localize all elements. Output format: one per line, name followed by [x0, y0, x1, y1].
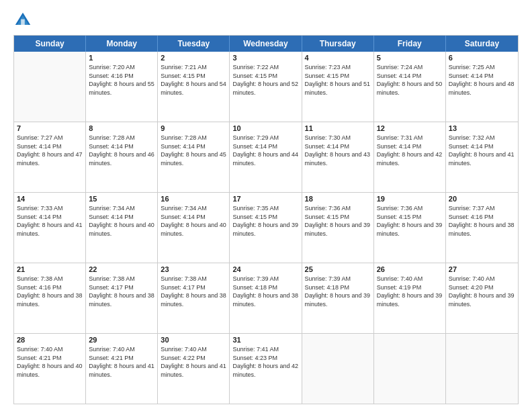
day-number: 25: [305, 265, 371, 273]
calendar: SundayMondayTuesdayWednesdayThursdayFrid…: [13, 35, 519, 404]
page: SundayMondayTuesdayWednesdayThursdayFrid…: [0, 0, 532, 411]
day-info: Sunrise: 7:32 AMSunset: 4:14 PMDaylight:…: [449, 134, 515, 167]
day-info: Sunrise: 7:23 AMSunset: 4:15 PMDaylight:…: [305, 63, 371, 97]
day-info: Sunrise: 7:40 AMSunset: 4:22 PMDaylight:…: [161, 345, 226, 379]
calendar-week: 14Sunrise: 7:33 AMSunset: 4:14 PMDayligh…: [14, 193, 518, 263]
day-info: Sunrise: 7:34 AMSunset: 4:14 PMDaylight:…: [161, 204, 226, 238]
calendar-cell: 6Sunrise: 7:25 AMSunset: 4:14 PMDaylight…: [446, 52, 518, 122]
calendar-cell: 8Sunrise: 7:28 AMSunset: 4:14 PMDaylight…: [86, 122, 158, 192]
day-number: 24: [232, 265, 298, 273]
calendar-cell: 3Sunrise: 7:22 AMSunset: 4:15 PMDaylight…: [230, 52, 302, 122]
calendar-cell: 23Sunrise: 7:38 AMSunset: 4:17 PMDayligh…: [158, 263, 230, 333]
day-info: Sunrise: 7:36 AMSunset: 4:15 PMDaylight:…: [305, 204, 371, 238]
day-number: 8: [89, 124, 154, 132]
calendar-cell: 9Sunrise: 7:28 AMSunset: 4:14 PMDaylight…: [158, 122, 230, 192]
day-number: 10: [232, 124, 298, 132]
calendar-cell: [374, 334, 446, 404]
day-info: Sunrise: 7:40 AMSunset: 4:19 PMDaylight:…: [377, 275, 443, 308]
calendar-cell: 15Sunrise: 7:34 AMSunset: 4:14 PMDayligh…: [86, 193, 158, 263]
day-info: Sunrise: 7:33 AMSunset: 4:14 PMDaylight:…: [17, 204, 83, 238]
day-info: Sunrise: 7:40 AMSunset: 4:21 PMDaylight:…: [89, 345, 154, 379]
day-number: 2: [161, 54, 226, 62]
weekday-header: Thursday: [302, 36, 374, 52]
weekday-header: Monday: [86, 36, 158, 52]
day-number: 22: [89, 265, 154, 273]
day-info: Sunrise: 7:37 AMSunset: 4:16 PMDaylight:…: [449, 204, 515, 238]
calendar-week: 7Sunrise: 7:27 AMSunset: 4:14 PMDaylight…: [14, 122, 518, 193]
calendar-week: 21Sunrise: 7:38 AMSunset: 4:16 PMDayligh…: [14, 263, 518, 334]
day-number: 14: [17, 195, 83, 203]
weekday-header: Saturday: [446, 36, 518, 52]
day-info: Sunrise: 7:30 AMSunset: 4:14 PMDaylight:…: [305, 134, 371, 167]
day-info: Sunrise: 7:29 AMSunset: 4:14 PMDaylight:…: [232, 134, 298, 167]
header: [13, 11, 519, 30]
weekday-header: Wednesday: [230, 36, 302, 52]
weekday-header: Tuesday: [158, 36, 230, 52]
day-info: Sunrise: 7:41 AMSunset: 4:23 PMDaylight:…: [232, 345, 298, 379]
day-info: Sunrise: 7:35 AMSunset: 4:15 PMDaylight:…: [232, 204, 298, 238]
day-number: 7: [17, 124, 83, 132]
calendar-cell: 10Sunrise: 7:29 AMSunset: 4:14 PMDayligh…: [230, 122, 302, 192]
day-info: Sunrise: 7:24 AMSunset: 4:14 PMDaylight:…: [377, 63, 443, 97]
day-number: 27: [449, 265, 515, 273]
calendar-cell: 16Sunrise: 7:34 AMSunset: 4:14 PMDayligh…: [158, 193, 230, 263]
day-info: Sunrise: 7:21 AMSunset: 4:15 PMDaylight:…: [161, 63, 226, 97]
day-info: Sunrise: 7:34 AMSunset: 4:14 PMDaylight:…: [89, 204, 154, 238]
day-number: 13: [449, 124, 515, 132]
calendar-cell: 12Sunrise: 7:31 AMSunset: 4:14 PMDayligh…: [374, 122, 446, 192]
calendar-cell: 2Sunrise: 7:21 AMSunset: 4:15 PMDaylight…: [158, 52, 230, 122]
calendar-cell: 28Sunrise: 7:40 AMSunset: 4:21 PMDayligh…: [14, 334, 86, 404]
day-info: Sunrise: 7:31 AMSunset: 4:14 PMDaylight:…: [377, 134, 443, 167]
calendar-cell: 4Sunrise: 7:23 AMSunset: 4:15 PMDaylight…: [302, 52, 374, 122]
day-info: Sunrise: 7:27 AMSunset: 4:14 PMDaylight:…: [17, 134, 83, 167]
calendar-header: SundayMondayTuesdayWednesdayThursdayFrid…: [14, 36, 518, 52]
day-number: 5: [377, 54, 443, 62]
calendar-cell: 7Sunrise: 7:27 AMSunset: 4:14 PMDaylight…: [14, 122, 86, 192]
day-info: Sunrise: 7:39 AMSunset: 4:18 PMDaylight:…: [232, 275, 298, 308]
day-number: 21: [17, 265, 83, 273]
calendar-week: 1Sunrise: 7:20 AMSunset: 4:16 PMDaylight…: [14, 52, 518, 122]
day-info: Sunrise: 7:38 AMSunset: 4:17 PMDaylight:…: [89, 275, 154, 308]
calendar-cell: 30Sunrise: 7:40 AMSunset: 4:22 PMDayligh…: [158, 334, 230, 404]
logo-icon: [13, 11, 32, 30]
calendar-cell: [302, 334, 374, 404]
day-number: 1: [89, 54, 154, 62]
day-number: 16: [161, 195, 226, 203]
day-number: 6: [449, 54, 515, 62]
calendar-cell: 27Sunrise: 7:40 AMSunset: 4:20 PMDayligh…: [446, 263, 518, 333]
day-info: Sunrise: 7:40 AMSunset: 4:21 PMDaylight:…: [17, 345, 83, 379]
day-info: Sunrise: 7:28 AMSunset: 4:14 PMDaylight:…: [89, 134, 154, 167]
day-info: Sunrise: 7:38 AMSunset: 4:16 PMDaylight:…: [17, 275, 83, 308]
svg-rect-2: [21, 19, 25, 25]
day-number: 12: [377, 124, 443, 132]
calendar-cell: 24Sunrise: 7:39 AMSunset: 4:18 PMDayligh…: [230, 263, 302, 333]
calendar-cell: 17Sunrise: 7:35 AMSunset: 4:15 PMDayligh…: [230, 193, 302, 263]
calendar-cell: 13Sunrise: 7:32 AMSunset: 4:14 PMDayligh…: [446, 122, 518, 192]
calendar-cell: 20Sunrise: 7:37 AMSunset: 4:16 PMDayligh…: [446, 193, 518, 263]
day-number: 20: [449, 195, 515, 203]
calendar-cell: 21Sunrise: 7:38 AMSunset: 4:16 PMDayligh…: [14, 263, 86, 333]
calendar-cell: [14, 52, 86, 122]
day-info: Sunrise: 7:36 AMSunset: 4:15 PMDaylight:…: [377, 204, 443, 238]
day-info: Sunrise: 7:40 AMSunset: 4:20 PMDaylight:…: [449, 275, 515, 308]
day-number: 15: [89, 195, 154, 203]
day-number: 11: [305, 124, 371, 132]
calendar-body: 1Sunrise: 7:20 AMSunset: 4:16 PMDaylight…: [14, 52, 518, 404]
day-number: 17: [232, 195, 298, 203]
day-info: Sunrise: 7:38 AMSunset: 4:17 PMDaylight:…: [161, 275, 226, 308]
calendar-cell: 22Sunrise: 7:38 AMSunset: 4:17 PMDayligh…: [86, 263, 158, 333]
day-number: 26: [377, 265, 443, 273]
day-info: Sunrise: 7:28 AMSunset: 4:14 PMDaylight:…: [161, 134, 226, 167]
calendar-cell: 25Sunrise: 7:39 AMSunset: 4:18 PMDayligh…: [302, 263, 374, 333]
weekday-header: Sunday: [14, 36, 86, 52]
day-info: Sunrise: 7:39 AMSunset: 4:18 PMDaylight:…: [305, 275, 371, 308]
calendar-cell: 11Sunrise: 7:30 AMSunset: 4:14 PMDayligh…: [302, 122, 374, 192]
logo: [13, 11, 34, 30]
calendar-cell: 1Sunrise: 7:20 AMSunset: 4:16 PMDaylight…: [86, 52, 158, 122]
calendar-cell: 29Sunrise: 7:40 AMSunset: 4:21 PMDayligh…: [86, 334, 158, 404]
calendar-cell: 19Sunrise: 7:36 AMSunset: 4:15 PMDayligh…: [374, 193, 446, 263]
day-number: 4: [305, 54, 371, 62]
day-number: 9: [161, 124, 226, 132]
day-info: Sunrise: 7:25 AMSunset: 4:14 PMDaylight:…: [449, 63, 515, 97]
calendar-cell: 18Sunrise: 7:36 AMSunset: 4:15 PMDayligh…: [302, 193, 374, 263]
